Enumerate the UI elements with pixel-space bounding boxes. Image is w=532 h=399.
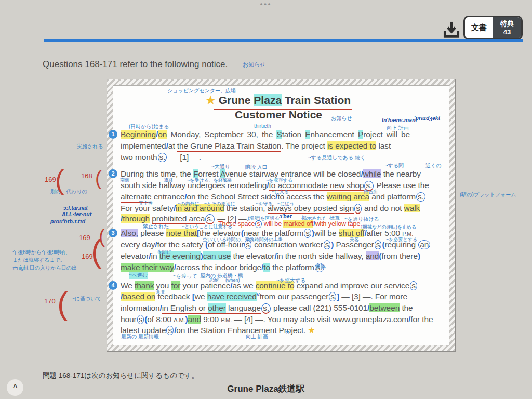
margin-annotation: 169 — [79, 234, 90, 242]
red-paren-mark: ( — [91, 238, 102, 264]
tab-group: 文書 特典 43 — [463, 16, 523, 40]
download-button[interactable] — [442, 20, 461, 39]
red-paren-mark: ( — [55, 169, 64, 191]
red-paren-mark: ( — [95, 170, 102, 186]
margin-annotation: ALL·ter·nut — [62, 211, 91, 217]
tab-bonus[interactable]: 特典 43 — [493, 17, 521, 38]
margin-annotation: 実施される — [77, 143, 103, 150]
margin-annotation: 169 — [82, 252, 93, 260]
margin-annotation: proʊ'hɪb.ɪ.tɪd — [50, 218, 85, 224]
margin-annotation: ~に基づいて — [72, 295, 101, 302]
margin-annotation: 168 — [81, 172, 92, 180]
margin-annotation: 169 — [45, 176, 56, 183]
footer-caption-jp: 問題 168-171は次のお知らせに関するものです。 — [43, 371, 198, 380]
notice-decorative-frame — [107, 79, 456, 352]
margin-annotation: (駅の)プラットフォーム — [460, 191, 516, 198]
tab-document[interactable]: 文書 — [465, 17, 493, 38]
question-range-caption: Questions 168-171 refer to the following… — [43, 59, 228, 70]
intro-annotation: お知らせ — [243, 61, 266, 69]
margin-annotation: 170 — [44, 297, 56, 305]
notice-paper — [113, 85, 449, 345]
document-title-jp: Grune Plaza鉄道駅 — [0, 383, 532, 395]
red-paren-mark: ( — [99, 229, 105, 244]
accent-rule — [44, 39, 523, 42]
margin-annotation: ɔ:l.tar.nat — [63, 205, 88, 211]
tab-document-label: 文書 — [471, 23, 487, 33]
red-paren-mark: ( — [57, 290, 68, 316]
margin-annotation: または就寝するまで。 — [12, 257, 65, 264]
margin-annotation: 午後6時から午後9時頃、 — [12, 249, 71, 256]
more-options-handle[interactable]: ••• — [0, 0, 532, 8]
tab-bonus-label: 特典 — [500, 20, 514, 28]
tab-bonus-number: 43 — [503, 28, 511, 36]
app-page: ••• 文書 特典 43 Questions 168-171 refer to … — [0, 0, 532, 399]
margin-annotation: ⇄night 日の入りから日の出 — [12, 264, 77, 272]
margin-annotation: 別の、代わりの — [50, 188, 87, 195]
